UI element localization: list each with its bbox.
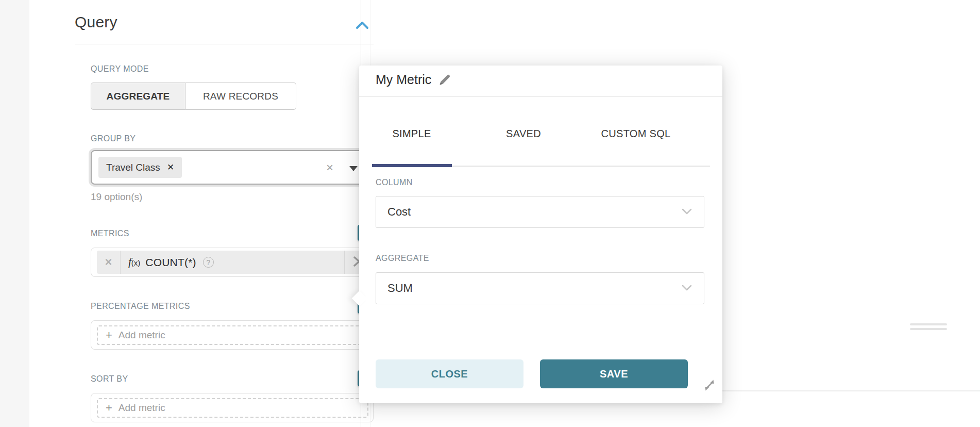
edit-pencil-icon[interactable] <box>438 73 452 87</box>
save-button[interactable]: SAVE <box>540 359 688 388</box>
aggregate-value: SUM <box>387 282 413 295</box>
explore-view: { "panel": { "title": "Query", "query_mo… <box>0 0 980 427</box>
drag-handle[interactable] <box>910 328 947 330</box>
caret-down-icon[interactable] <box>349 166 358 171</box>
collapse-section-button[interactable] <box>354 20 370 32</box>
column-select[interactable]: Cost <box>376 196 704 228</box>
aggregate-label: AGGREGATE <box>376 254 429 263</box>
sort-by-label: SORT BY <box>91 374 128 384</box>
plus-icon: + <box>106 402 112 414</box>
left-gutter <box>0 0 29 427</box>
tab-custom-sql[interactable]: CUSTOM SQL <box>601 128 671 140</box>
chevron-down-icon <box>681 208 692 217</box>
sort-by-container: + Add metric <box>91 393 374 422</box>
close-button[interactable]: CLOSE <box>376 359 523 388</box>
drag-handle[interactable] <box>910 323 947 325</box>
tabs-baseline <box>452 166 710 167</box>
group-by-label: GROUP BY <box>91 134 136 144</box>
tab-simple[interactable]: SIMPLE <box>392 128 431 140</box>
metric-remove-icon[interactable]: × <box>97 251 121 274</box>
metric-name: COUNT(*) <box>145 256 196 269</box>
resize-icon[interactable] <box>702 378 717 392</box>
metric-pill[interactable]: × f(x) COUNT(*) ? <box>97 251 368 274</box>
column-label: COLUMN <box>376 178 413 187</box>
metrics-container: × f(x) COUNT(*) ? <box>91 248 374 277</box>
metric-title: My Metric <box>376 72 431 87</box>
metrics-label: METRICS <box>91 228 129 239</box>
plus-icon: + <box>106 330 112 341</box>
add-metric-placeholder: Add metric <box>119 402 165 414</box>
column-value: Cost <box>387 205 411 219</box>
query-mode-label: QUERY MODE <box>91 64 149 74</box>
percentage-metrics-label: PERCENTAGE METRICS <box>91 301 190 311</box>
tag-remove-icon[interactable]: ✕ <box>167 163 174 172</box>
active-tab-indicator <box>372 164 452 167</box>
aggregate-select[interactable]: SUM <box>376 272 704 304</box>
query-mode-toggle: AGGREGATE RAW RECORDS <box>91 83 296 110</box>
percentage-metrics-container: + Add metric <box>91 320 374 350</box>
aggregate-mode-button[interactable]: AGGREGATE <box>91 83 185 110</box>
popover-header-divider <box>359 96 722 97</box>
raw-records-mode-button[interactable]: RAW RECORDS <box>185 83 296 110</box>
metric-edit-popover: My Metric SIMPLE SAVED CUSTOM SQL COLUMN… <box>359 65 722 403</box>
popover-title-row: My Metric <box>376 72 452 87</box>
chevron-up-icon <box>354 25 370 34</box>
add-metric-placeholder: Add metric <box>119 330 165 341</box>
group-by-tag-label: Travel Class <box>106 162 160 173</box>
chevron-down-icon <box>681 284 692 293</box>
query-section-title: Query <box>75 13 117 31</box>
group-by-select[interactable]: Travel Class ✕ × <box>91 150 374 185</box>
percentage-metrics-dropzone[interactable]: + Add metric <box>97 325 368 345</box>
group-by-tag: Travel Class ✕ <box>98 157 182 178</box>
section-divider <box>75 44 374 44</box>
group-by-option-count: 19 option(s) <box>91 191 142 203</box>
clear-all-icon[interactable]: × <box>326 161 333 174</box>
query-control-panel: Query QUERY MODE AGGREGATE RAW RECORDS G… <box>29 0 361 427</box>
help-icon[interactable]: ? <box>203 257 214 268</box>
sort-by-dropzone[interactable]: + Add metric <box>97 398 368 418</box>
tab-saved[interactable]: SAVED <box>506 128 541 140</box>
fx-icon: f(x) <box>128 256 140 269</box>
